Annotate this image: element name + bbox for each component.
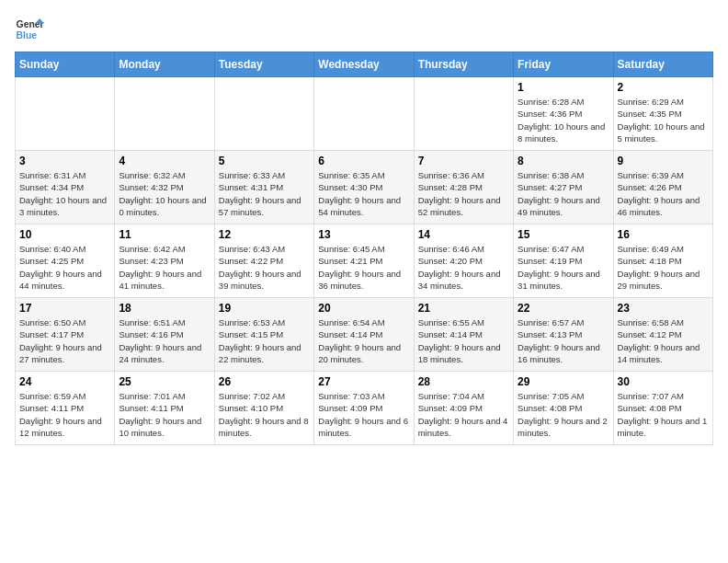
day-cell: 13Sunrise: 6:45 AM Sunset: 4:21 PM Dayli… xyxy=(314,224,414,298)
week-row-2: 3Sunrise: 6:31 AM Sunset: 4:34 PM Daylig… xyxy=(16,151,713,224)
day-cell: 25Sunrise: 7:01 AM Sunset: 4:11 PM Dayli… xyxy=(115,372,214,445)
day-number: 29 xyxy=(518,375,609,388)
day-number: 19 xyxy=(219,302,310,315)
day-cell: 10Sunrise: 6:40 AM Sunset: 4:25 PM Dayli… xyxy=(16,224,115,298)
day-cell: 26Sunrise: 7:02 AM Sunset: 4:10 PM Dayli… xyxy=(214,372,313,445)
day-info: Sunrise: 6:53 AM Sunset: 4:15 PM Dayligh… xyxy=(219,316,310,365)
day-number: 28 xyxy=(418,375,509,388)
day-info: Sunrise: 6:38 AM Sunset: 4:27 PM Dayligh… xyxy=(518,169,609,218)
logo-icon: General Blue xyxy=(15,15,44,44)
day-info: Sunrise: 6:54 AM Sunset: 4:14 PM Dayligh… xyxy=(318,316,409,365)
day-cell: 24Sunrise: 6:59 AM Sunset: 4:11 PM Dayli… xyxy=(16,372,115,445)
day-cell xyxy=(115,77,214,151)
day-cell: 19Sunrise: 6:53 AM Sunset: 4:15 PM Dayli… xyxy=(214,298,313,372)
day-number: 8 xyxy=(518,155,609,167)
day-cell: 18Sunrise: 6:51 AM Sunset: 4:16 PM Dayli… xyxy=(115,298,214,372)
day-cell: 4Sunrise: 6:32 AM Sunset: 4:32 PM Daylig… xyxy=(115,151,214,224)
day-info: Sunrise: 7:07 AM Sunset: 4:08 PM Dayligh… xyxy=(618,390,709,439)
day-info: Sunrise: 6:31 AM Sunset: 4:34 PM Dayligh… xyxy=(19,169,110,218)
day-info: Sunrise: 6:35 AM Sunset: 4:30 PM Dayligh… xyxy=(318,169,409,218)
day-info: Sunrise: 7:03 AM Sunset: 4:09 PM Dayligh… xyxy=(318,390,409,439)
day-cell: 11Sunrise: 6:42 AM Sunset: 4:23 PM Dayli… xyxy=(115,224,214,298)
day-number: 15 xyxy=(518,228,609,241)
logo: General Blue xyxy=(15,15,48,44)
day-cell: 30Sunrise: 7:07 AM Sunset: 4:08 PM Dayli… xyxy=(613,372,712,445)
day-cell: 2Sunrise: 6:29 AM Sunset: 4:35 PM Daylig… xyxy=(613,77,712,151)
day-number: 10 xyxy=(19,228,110,241)
day-number: 7 xyxy=(418,155,509,167)
day-cell: 9Sunrise: 6:39 AM Sunset: 4:26 PM Daylig… xyxy=(613,151,712,224)
week-row-3: 10Sunrise: 6:40 AM Sunset: 4:25 PM Dayli… xyxy=(16,224,713,298)
day-cell: 17Sunrise: 6:50 AM Sunset: 4:17 PM Dayli… xyxy=(16,298,115,372)
week-row-1: 1Sunrise: 6:28 AM Sunset: 4:36 PM Daylig… xyxy=(16,77,713,151)
day-info: Sunrise: 6:43 AM Sunset: 4:22 PM Dayligh… xyxy=(219,243,310,292)
day-info: Sunrise: 6:59 AM Sunset: 4:11 PM Dayligh… xyxy=(19,390,110,439)
day-cell: 22Sunrise: 6:57 AM Sunset: 4:13 PM Dayli… xyxy=(514,298,613,372)
day-header-sunday: Sunday xyxy=(16,52,115,77)
day-cell: 21Sunrise: 6:55 AM Sunset: 4:14 PM Dayli… xyxy=(414,298,513,372)
day-number: 1 xyxy=(518,81,609,94)
day-number: 9 xyxy=(618,155,709,167)
day-info: Sunrise: 6:42 AM Sunset: 4:23 PM Dayligh… xyxy=(119,243,210,292)
day-number: 5 xyxy=(219,155,310,167)
day-cell: 14Sunrise: 6:46 AM Sunset: 4:20 PM Dayli… xyxy=(414,224,513,298)
day-info: Sunrise: 6:29 AM Sunset: 4:35 PM Dayligh… xyxy=(618,96,709,144)
day-cell xyxy=(214,77,313,151)
day-info: Sunrise: 7:02 AM Sunset: 4:10 PM Dayligh… xyxy=(219,390,310,439)
day-info: Sunrise: 7:04 AM Sunset: 4:09 PM Dayligh… xyxy=(418,390,509,439)
day-info: Sunrise: 6:39 AM Sunset: 4:26 PM Dayligh… xyxy=(618,169,709,218)
day-info: Sunrise: 6:45 AM Sunset: 4:21 PM Dayligh… xyxy=(318,243,409,292)
week-row-4: 17Sunrise: 6:50 AM Sunset: 4:17 PM Dayli… xyxy=(16,298,713,372)
day-cell: 16Sunrise: 6:49 AM Sunset: 4:18 PM Dayli… xyxy=(613,224,712,298)
day-info: Sunrise: 7:05 AM Sunset: 4:08 PM Dayligh… xyxy=(518,390,609,439)
day-number: 22 xyxy=(518,302,609,315)
day-number: 30 xyxy=(618,375,709,388)
day-info: Sunrise: 6:28 AM Sunset: 4:36 PM Dayligh… xyxy=(518,96,609,144)
day-info: Sunrise: 6:51 AM Sunset: 4:16 PM Dayligh… xyxy=(119,316,210,365)
svg-text:Blue: Blue xyxy=(17,30,38,40)
day-cell: 28Sunrise: 7:04 AM Sunset: 4:09 PM Dayli… xyxy=(414,372,513,445)
day-cell: 3Sunrise: 6:31 AM Sunset: 4:34 PM Daylig… xyxy=(16,151,115,224)
day-info: Sunrise: 6:57 AM Sunset: 4:13 PM Dayligh… xyxy=(518,316,609,365)
day-info: Sunrise: 6:47 AM Sunset: 4:19 PM Dayligh… xyxy=(518,243,609,292)
day-cell xyxy=(314,77,414,151)
day-info: Sunrise: 6:55 AM Sunset: 4:14 PM Dayligh… xyxy=(418,316,509,365)
day-cell: 15Sunrise: 6:47 AM Sunset: 4:19 PM Dayli… xyxy=(514,224,613,298)
header: General Blue xyxy=(15,15,713,44)
day-header-friday: Friday xyxy=(514,52,613,77)
day-number: 18 xyxy=(119,302,210,315)
day-header-tuesday: Tuesday xyxy=(214,52,313,77)
day-cell xyxy=(16,77,115,151)
day-number: 11 xyxy=(119,228,210,241)
day-number: 13 xyxy=(318,228,409,241)
day-number: 12 xyxy=(219,228,310,241)
day-cell xyxy=(414,77,513,151)
day-info: Sunrise: 6:32 AM Sunset: 4:32 PM Dayligh… xyxy=(119,169,210,218)
day-cell: 23Sunrise: 6:58 AM Sunset: 4:12 PM Dayli… xyxy=(613,298,712,372)
day-cell: 6Sunrise: 6:35 AM Sunset: 4:30 PM Daylig… xyxy=(314,151,414,224)
week-row-5: 24Sunrise: 6:59 AM Sunset: 4:11 PM Dayli… xyxy=(16,372,713,445)
day-info: Sunrise: 6:36 AM Sunset: 4:28 PM Dayligh… xyxy=(418,169,509,218)
day-number: 16 xyxy=(618,228,709,241)
calendar-table: SundayMondayTuesdayWednesdayThursdayFrid… xyxy=(15,52,713,445)
day-number: 25 xyxy=(119,375,210,388)
day-number: 14 xyxy=(418,228,509,241)
day-header-thursday: Thursday xyxy=(414,52,513,77)
day-header-saturday: Saturday xyxy=(613,52,712,77)
day-number: 26 xyxy=(219,375,310,388)
day-info: Sunrise: 6:50 AM Sunset: 4:17 PM Dayligh… xyxy=(19,316,110,365)
day-info: Sunrise: 6:58 AM Sunset: 4:12 PM Dayligh… xyxy=(618,316,709,365)
day-info: Sunrise: 6:46 AM Sunset: 4:20 PM Dayligh… xyxy=(418,243,509,292)
day-number: 2 xyxy=(618,81,709,94)
day-number: 20 xyxy=(318,302,409,315)
day-info: Sunrise: 7:01 AM Sunset: 4:11 PM Dayligh… xyxy=(119,390,210,439)
day-cell: 27Sunrise: 7:03 AM Sunset: 4:09 PM Dayli… xyxy=(314,372,414,445)
day-number: 24 xyxy=(19,375,110,388)
day-number: 6 xyxy=(318,155,409,167)
header-row: SundayMondayTuesdayWednesdayThursdayFrid… xyxy=(16,52,713,77)
day-cell: 29Sunrise: 7:05 AM Sunset: 4:08 PM Dayli… xyxy=(514,372,613,445)
day-cell: 1Sunrise: 6:28 AM Sunset: 4:36 PM Daylig… xyxy=(514,77,613,151)
day-number: 17 xyxy=(19,302,110,315)
day-number: 4 xyxy=(119,155,210,167)
day-cell: 5Sunrise: 6:33 AM Sunset: 4:31 PM Daylig… xyxy=(214,151,313,224)
